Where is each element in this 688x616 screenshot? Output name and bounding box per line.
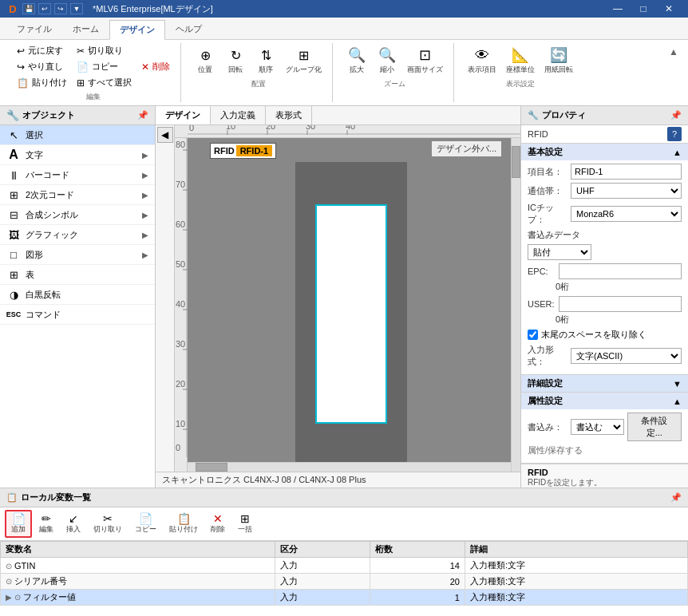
prop-ic-select[interactable]: MonzaR6 <box>571 206 682 222</box>
objects-panel-pin[interactable]: 📌 <box>137 110 148 120</box>
svg-text:20: 20 <box>266 125 275 131</box>
maximize-button[interactable]: □ <box>631 0 656 18</box>
design-tab-input[interactable]: 入力定義 <box>211 106 266 124</box>
copy-button[interactable]: 📄コピー <box>73 59 136 74</box>
graphic-label: グラフィック <box>26 229 137 241</box>
dropdown-icon[interactable]: ▼ <box>70 3 83 14</box>
ruler-h-svg: 0 10 20 30 40 <box>188 125 520 135</box>
redo-icon[interactable]: ↪ <box>54 3 67 14</box>
write-mode-select[interactable]: 書込む <box>571 419 624 435</box>
tab-help[interactable]: ヘルプ <box>165 19 212 39</box>
basic-settings-section: 基本設定 ▲ 項目名： 通信帯： UHF ICチップ： MonzaR6 <box>521 144 688 375</box>
scrollbar-right[interactable] <box>511 138 520 472</box>
object-item-barcode[interactable]: ||| バーコード ▶ <box>0 165 155 185</box>
ribbon-group-edit: ↩元に戻す ↪やり直し 📋貼り付け ✂切り取り 📄コピー ⊞すべて選択 ✕削除 … <box>6 43 181 102</box>
object-item-symbol[interactable]: ⊟ 合成シンボル ▶ <box>0 205 155 225</box>
object-item-table[interactable]: ⊞ 表 <box>0 265 155 285</box>
object-item-command[interactable]: ESC コマンド <box>0 305 155 325</box>
object-item-shape[interactable]: □ 図形 ▶ <box>0 245 155 265</box>
design-tab-design[interactable]: デザイン <box>156 106 211 124</box>
var-delete-label: 削除 <box>211 524 225 535</box>
minimize-button[interactable]: — <box>605 0 631 18</box>
object-item-graphic[interactable]: 🖼 グラフィック ▶ <box>0 225 155 245</box>
qr-label: 2次元コード <box>26 189 137 201</box>
table-row[interactable]: ⊙ GTIN 入力 14 入力種類:文字 <box>1 558 688 574</box>
object-item-qr[interactable]: ⊞ 2次元コード ▶ <box>0 185 155 205</box>
redo-button[interactable]: ↪やり直し <box>13 59 71 74</box>
trim-checkbox[interactable] <box>528 330 538 340</box>
prop-pin[interactable]: 📌 <box>670 110 682 120</box>
cut-button[interactable]: ✂切り取り <box>73 43 136 58</box>
paper-rotate-button[interactable]: 🔄 用紙回転 <box>540 43 577 77</box>
tab-home[interactable]: ホーム <box>62 19 109 39</box>
rfid-badge-label: RFID <box>214 146 235 156</box>
table-row[interactable]: ▶ ⊙ フィルター値 入力 1 入力種類:文字 <box>1 590 688 606</box>
ribbon-collapse-icon[interactable]: ▲ <box>669 46 678 57</box>
barcode-arrow: ▶ <box>142 171 148 180</box>
var-add-button[interactable]: 📄 追加 <box>5 510 32 538</box>
attribute-settings-content: 書込み： 書込む 条件設定... 属性/保存する <box>521 409 688 463</box>
symbol-label: 合成シンボル <box>26 209 137 221</box>
shape-arrow: ▶ <box>142 251 148 259</box>
paste-button[interactable]: 📋貼り付け <box>13 75 71 90</box>
format-select[interactable]: 文字(ASCII) <box>571 348 682 364</box>
coord-unit-button[interactable]: 📐 座標単位 <box>502 43 539 77</box>
undo-button[interactable]: ↩元に戻す <box>13 43 71 58</box>
undo-icon[interactable]: ↩ <box>38 3 51 14</box>
help-button[interactable]: ? <box>667 127 682 141</box>
var-cut-button[interactable]: ✂ 切り取り <box>88 511 128 537</box>
order-button[interactable]: ⇅ 順序 <box>251 43 280 77</box>
object-item-reverse[interactable]: ◑ 白黒反転 <box>0 285 155 305</box>
var-copy-icon: 📄 <box>139 513 152 524</box>
write-data-select[interactable]: 貼付 <box>528 244 591 260</box>
table-row[interactable]: ⊙ シリアル番号 入力 20 入力種類:文字 <box>1 574 688 590</box>
var-copy-button[interactable]: 📄 コピー <box>129 511 162 537</box>
variables-title: ローカル変数一覧 <box>21 492 91 503</box>
prop-comm-select[interactable]: UHF <box>571 183 682 199</box>
outside-label: デザイン外パ... <box>432 141 501 156</box>
detail-settings-expand: ▼ <box>673 379 682 389</box>
tab-design[interactable]: デザイン <box>109 20 165 40</box>
detail-settings-header[interactable]: 詳細設定 ▼ <box>521 375 688 392</box>
basic-settings-header[interactable]: 基本設定 ▲ <box>521 144 688 160</box>
fit-screen-button[interactable]: ⊡ 画面サイズ <box>403 43 447 77</box>
zoom-out-button[interactable]: 🔍 縮小 <box>373 43 401 77</box>
var-insert-button[interactable]: ↙ 挿入 <box>61 511 86 537</box>
condition-button[interactable]: 条件設定... <box>627 413 682 441</box>
var-batch-button[interactable]: ⊞ 一括 <box>232 511 258 537</box>
select-all-button[interactable]: ⊞すべて選択 <box>73 75 136 90</box>
object-item-select[interactable]: ↖ 選択 <box>0 125 155 145</box>
zoom-out-icon: 🔍 <box>378 45 397 65</box>
design-tab-table[interactable]: 表形式 <box>266 106 312 124</box>
text-icon: A <box>6 148 21 162</box>
delete-button[interactable]: ✕削除 <box>137 59 174 74</box>
display-items-button[interactable]: 👁 表示項目 <box>464 43 500 77</box>
tab-file[interactable]: ファイル <box>6 19 62 39</box>
scrollbar-bottom[interactable] <box>188 462 511 472</box>
group-button[interactable]: ⊞ グループ化 <box>282 43 326 77</box>
var-delete-button[interactable]: ✕ 削除 <box>205 511 231 537</box>
rotate-button[interactable]: ↻ 回転 <box>221 43 250 77</box>
attribute-settings-expand: ▲ <box>673 397 682 406</box>
titlebar-title: *MLV6 Enterprise[MLデザイン] <box>93 3 213 15</box>
position-button[interactable]: ⊕ 位置 <box>191 43 219 77</box>
prop-footer: RFID RFIDを設定します。 <box>521 464 688 488</box>
epc-input[interactable] <box>559 263 682 279</box>
variables-pin[interactable]: 📌 <box>670 492 682 503</box>
write-data-label-row: 書込みデータ <box>528 229 682 241</box>
close-button[interactable]: ✕ <box>656 0 682 18</box>
rfid-badge[interactable]: RFID RFID-1 <box>210 143 276 159</box>
object-item-text[interactable]: A 文字 ▶ <box>0 145 155 165</box>
attribute-settings-header[interactable]: 属性設定 ▲ <box>521 393 688 409</box>
var-paste-button[interactable]: 📋 貼り付け <box>164 511 204 537</box>
qr-icon: ⊞ <box>6 188 21 202</box>
prop-item-name-input[interactable] <box>571 164 682 180</box>
write-data-select-row: 貼付 <box>528 244 682 260</box>
back-button[interactable]: ◀ <box>157 127 173 143</box>
var-cut-label: 切り取り <box>93 524 122 535</box>
zoom-in-button[interactable]: 🔍 拡大 <box>342 43 371 77</box>
user-input[interactable] <box>559 296 682 312</box>
save-icon[interactable]: 💾 <box>22 3 35 14</box>
trim-checkbox-row: 末尾のスペースを取り除く <box>528 329 682 341</box>
var-edit-button[interactable]: ✏ 編集 <box>34 511 59 537</box>
